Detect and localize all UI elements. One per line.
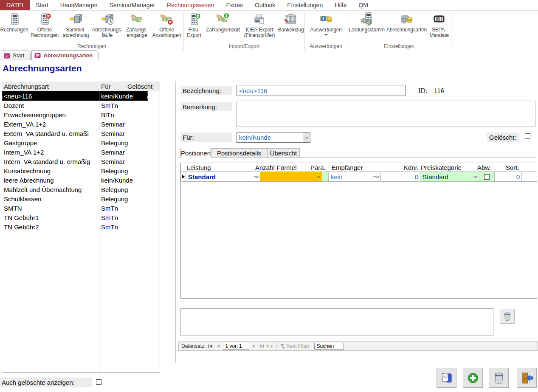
show-deleted-checkbox[interactable] bbox=[96, 379, 101, 385]
ribbon-button-offene-anzahlungen[interactable]: Offene Anzahlungen bbox=[150, 11, 183, 38]
first-record-button[interactable] bbox=[207, 343, 214, 350]
menu-tab-einstellungen[interactable]: Einstellungen bbox=[281, 0, 329, 10]
list-row[interactable]: SchulklassenBelegung bbox=[2, 194, 160, 203]
list-row[interactable]: TN Gebühr2SmTn bbox=[2, 222, 160, 231]
menu-tab-seminarmanager[interactable]: SeminarManager bbox=[104, 0, 161, 10]
list-row[interactable]: leere Abrechnungkein/Kunde bbox=[2, 175, 160, 185]
menu-tab-extras[interactable]: Extras bbox=[220, 0, 249, 10]
positions-table: Leistung Anzahl-Formel Para. Empfänger K… bbox=[180, 163, 537, 299]
ribbon-button-sammelabrechnung[interactable]: Sammel- abrechnung bbox=[61, 11, 91, 38]
leistung-value: Standard bbox=[186, 173, 253, 180]
ribbon-button-rechnungen[interactable]: Rechnungen bbox=[0, 11, 28, 33]
abw-checkbox[interactable] bbox=[484, 174, 490, 180]
delete-record-button[interactable] bbox=[489, 368, 509, 388]
geloescht-label: Gelöscht: bbox=[487, 133, 519, 142]
list-header-fuer: Für bbox=[101, 83, 111, 90]
chevron-down-icon bbox=[255, 174, 258, 178]
last-record-icon bbox=[260, 344, 263, 348]
preiskategorie-combobox[interactable]: Standard bbox=[420, 172, 479, 181]
dropdown-button[interactable] bbox=[373, 176, 380, 178]
previous-record-icon bbox=[217, 344, 220, 348]
sort-cell[interactable]: 0 bbox=[495, 172, 522, 181]
file-menu-button[interactable]: DATEI bbox=[0, 0, 30, 10]
geloescht-checkbox[interactable] bbox=[525, 133, 530, 139]
ribbon-button-abrechnungslaeufe[interactable]: Abrechnungs- läufe bbox=[91, 11, 124, 38]
bezeichnung-input[interactable]: <neu>116 bbox=[237, 85, 406, 96]
menu-tab-hausmanager[interactable]: HausManager bbox=[54, 0, 104, 10]
list-row[interactable]: Intern_VA standard u. ermäßigSeminar bbox=[2, 157, 160, 166]
ribbon-button-zahlungsimport[interactable]: Zahlungsimport bbox=[204, 11, 242, 33]
empfaenger-combobox[interactable]: kein bbox=[329, 172, 381, 181]
list-row[interactable]: Extern_VA 1+2Seminar bbox=[2, 119, 160, 129]
ribbon-button-label: Offene Anzahlungen bbox=[152, 27, 181, 38]
ribbon-button-sepa-mandate[interactable]: SEPA- Mandate bbox=[428, 11, 451, 38]
trash-icon bbox=[492, 371, 506, 385]
tab-positionen[interactable]: Positionen bbox=[180, 148, 211, 158]
add-record-button[interactable] bbox=[463, 368, 483, 388]
col-header-para: Para. bbox=[310, 164, 326, 171]
next-record-button[interactable] bbox=[251, 343, 257, 350]
id-label: ID: bbox=[418, 87, 427, 95]
anzahl-formel-combobox[interactable] bbox=[260, 172, 322, 181]
bemerkung-textarea[interactable] bbox=[237, 101, 535, 127]
list-row[interactable]: TN Gebühr1SmTn bbox=[2, 213, 160, 222]
tab-positionsdetails[interactable]: Positionsdetails bbox=[211, 148, 267, 158]
menu-tab-rechnungswesen[interactable]: Rechnungswesen bbox=[161, 0, 220, 10]
ribbon-button-fibu-export[interactable]: Fibu- Export bbox=[184, 11, 204, 38]
list-row[interactable]: Mahlzeit und ÜbernachtungBelegung bbox=[2, 185, 160, 194]
list-row[interactable]: KursabrechnungBelegung bbox=[2, 166, 160, 175]
ribbon-button-auswertungen[interactable]: Auswertungen bbox=[307, 11, 346, 36]
new-record-button[interactable]: ∗ bbox=[267, 343, 273, 350]
record-position-box[interactable]: 1 von 1 bbox=[223, 343, 249, 350]
record-navigator-label: Datensatz: bbox=[181, 343, 206, 349]
id-value: 116 bbox=[434, 87, 444, 95]
preiskategorie-value: Standard bbox=[420, 173, 472, 180]
list-row[interactable]: ErwachsenengruppenBlTn bbox=[2, 110, 160, 119]
ribbon-button-zahlungseingaenge[interactable]: Zahlungs- eingänge bbox=[124, 11, 150, 38]
list-row[interactable]: DozentSmTn bbox=[2, 101, 160, 110]
last-record-button[interactable] bbox=[259, 343, 265, 350]
position-comment-box[interactable] bbox=[180, 308, 493, 336]
ribbon-button-leistungsstamm[interactable]: Leistungsstamm bbox=[348, 11, 386, 33]
row-selector[interactable] bbox=[181, 172, 186, 181]
doc-tab-abrechnungsarten[interactable]: Abrechnungsarten bbox=[31, 50, 99, 60]
menu-tab-hilfe[interactable]: Hilfe bbox=[329, 0, 352, 10]
tab-uebersicht[interactable]: Übersicht bbox=[267, 148, 300, 158]
copy-record-button[interactable] bbox=[437, 368, 456, 388]
menu-tab-start[interactable]: Start bbox=[30, 0, 54, 10]
doc-tab-start[interactable]: Start bbox=[1, 51, 31, 60]
dropdown-button[interactable] bbox=[315, 176, 322, 178]
list-row[interactable]: GastgruppeBelegung bbox=[2, 138, 160, 147]
col-header-sort: Sort. bbox=[506, 164, 519, 171]
kdnr-cell[interactable]: 0 bbox=[381, 172, 420, 181]
dropdown-button[interactable] bbox=[303, 133, 310, 142]
invoice-error-icon bbox=[38, 12, 51, 26]
exit-door-icon bbox=[520, 371, 534, 385]
doc-tab-label: Start bbox=[13, 52, 24, 59]
ribbon-group-rechnungen: Rechnungen Offene Rechnungen Sammel- abr… bbox=[0, 11, 184, 50]
ribbon-button-idea-export[interactable]: IDEA-Export (Finanzprüfer) bbox=[242, 11, 277, 38]
list-row[interactable]: Intern_VA 1+2Seminar bbox=[2, 147, 160, 157]
list-row[interactable]: <neu>116kein/Kunde bbox=[2, 91, 148, 101]
menu-tab-qm[interactable]: QM bbox=[352, 0, 374, 10]
show-deleted-label: Auch gelöschte anzeigen: bbox=[0, 378, 92, 387]
list-row[interactable]: SMTNSmTn bbox=[2, 203, 160, 213]
ribbon-button-abrechnungsarten[interactable]: Abrechnungsarten bbox=[386, 11, 428, 33]
filter-state-label: Kein Filter bbox=[286, 343, 309, 349]
list-row[interactable]: Extern_VA standard u. ermäßiSeminar bbox=[2, 129, 160, 138]
record-search-input[interactable]: Suchen bbox=[314, 343, 344, 350]
ribbon-button-offene-rechnungen[interactable]: Offene Rechnungen bbox=[28, 11, 61, 38]
ribbon-button-bankeinzug[interactable]: Bankeinzug bbox=[277, 11, 304, 33]
previous-record-button[interactable] bbox=[215, 343, 222, 350]
next-record-icon bbox=[253, 344, 255, 348]
close-form-button[interactable] bbox=[517, 368, 537, 388]
dropdown-button[interactable] bbox=[253, 176, 260, 178]
ribbon-button-label: Sammel- abrechnung bbox=[63, 27, 89, 38]
delete-position-button[interactable] bbox=[500, 309, 515, 324]
col-header-kdnr: Kdnr. bbox=[404, 164, 419, 171]
menu-tab-outlook[interactable]: Outlook bbox=[249, 0, 281, 10]
leistung-combobox[interactable]: Standard bbox=[186, 172, 260, 181]
dropdown-button[interactable] bbox=[472, 176, 479, 178]
fuer-combobox[interactable]: kein/Kunde bbox=[237, 132, 310, 143]
para-cell[interactable] bbox=[322, 172, 329, 181]
